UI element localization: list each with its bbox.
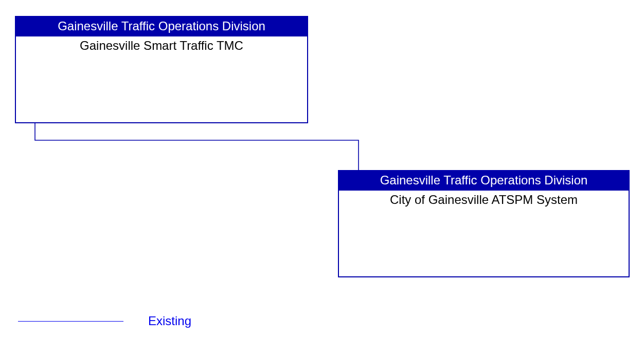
node-atspm-body: City of Gainesville ATSPM System	[339, 191, 629, 207]
node-tmc-header: Gainesville Traffic Operations Division	[16, 17, 307, 36]
legend-existing-line	[18, 321, 123, 322]
node-tmc: Gainesville Traffic Operations Division …	[15, 16, 308, 123]
node-atspm: Gainesville Traffic Operations Division …	[338, 170, 630, 277]
legend-existing-label: Existing	[148, 314, 191, 328]
node-atspm-header: Gainesville Traffic Operations Division	[339, 171, 629, 191]
node-tmc-body: Gainesville Smart Traffic TMC	[16, 36, 307, 53]
